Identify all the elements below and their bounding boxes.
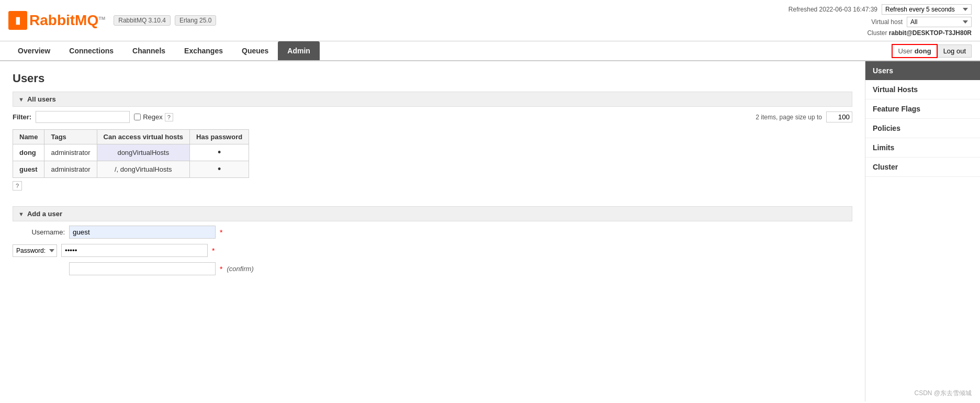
user-actions: User dong Log out (892, 44, 972, 58)
items-info: 2 items, page size up to 100 (756, 111, 852, 122)
section-arrow: ▼ (18, 96, 24, 103)
password-row: Password: Hashing * (13, 244, 852, 257)
refreshed-text: Refreshed 2022-06-03 16:47:39 (788, 6, 877, 13)
add-user-arrow: ▼ (18, 211, 24, 217)
logo-icon: ▮ (8, 11, 27, 30)
password-dot: • (218, 147, 221, 158)
page-size-input[interactable]: 100 (826, 111, 852, 122)
vhost-row: Virtual host All / dongVirtualHosts (871, 17, 972, 27)
main: Users ▼ All users Filter: Regex ? 2 item… (0, 61, 980, 401)
filter-label: Filter: (13, 113, 31, 121)
add-user-section: ▼ Add a user Username: * Password: Hashi… (13, 206, 852, 275)
cluster-value: rabbit@DESKTOP-T3JH80R (889, 29, 972, 37)
logo-text: RabbitMQTM (29, 12, 105, 29)
confirm-row: * (confirm) (13, 262, 852, 275)
username-row: Username: * (13, 226, 852, 239)
refresh-select[interactable]: Refresh every 5 seconds Refresh every 10… (882, 4, 972, 15)
cell-name[interactable]: dong (13, 144, 44, 161)
password-required: * (212, 247, 215, 255)
col-hosts: Can access virtual hosts (97, 130, 189, 144)
items-count-text: 2 items, page size up to (756, 114, 822, 121)
username-required: * (220, 228, 222, 237)
all-users-section-header[interactable]: ▼ All users (13, 92, 852, 107)
col-tags: Tags (44, 130, 97, 144)
username-label: Username: (13, 228, 65, 236)
users-table: Name Tags Can access virtual hosts Has p… (13, 129, 249, 178)
cell-hosts: /, dongVirtualHosts (97, 161, 189, 178)
header-right: Refreshed 2022-06-03 16:47:39 Refresh ev… (788, 4, 972, 37)
regex-help-icon[interactable]: ? (165, 113, 173, 121)
page-title: Users (13, 72, 852, 85)
cell-tags: administrator (44, 144, 97, 161)
table-row: dong administrator dongVirtualHosts • (13, 144, 249, 161)
user-box: User dong (892, 44, 937, 58)
confirm-text: (confirm) (227, 265, 253, 273)
add-user-label: Add a user (27, 210, 62, 218)
sidebar-item-limits[interactable]: Limits (865, 138, 980, 158)
sidebar-title: Users (865, 61, 980, 80)
filter-row: Filter: Regex ? 2 items, page size up to… (13, 111, 852, 123)
username-input[interactable] (69, 226, 216, 239)
table-help-icon[interactable]: ? (13, 181, 22, 191)
table-row: guest administrator /, dongVirtualHosts … (13, 161, 249, 178)
password-input[interactable] (61, 244, 208, 257)
nav-item-channels[interactable]: Channels (123, 41, 175, 60)
version-badge-erlang: Erlang 25.0 (175, 15, 216, 26)
confirm-required: * (220, 265, 222, 273)
version-badge-rabbitmq: RabbitMQ 3.10.4 (114, 15, 171, 26)
version-info: RabbitMQ 3.10.4 Erlang 25.0 (114, 15, 216, 26)
nav-item-queues[interactable]: Queues (232, 41, 278, 60)
logout-button[interactable]: Log out (938, 44, 972, 58)
nav-item-exchanges[interactable]: Exchanges (175, 41, 232, 60)
password-dropdown: Password: Hashing (13, 244, 57, 257)
user-label: User (898, 47, 912, 55)
logo: ▮ RabbitMQTM (8, 11, 105, 30)
sidebar-item-virtual-hosts[interactable]: Virtual Hosts (865, 80, 980, 99)
cell-tags: administrator (44, 161, 97, 178)
watermark: CSDN @东去雪倾城 (914, 389, 972, 398)
regex-checkbox-row: Regex ? (134, 113, 173, 121)
sidebar-item-feature-flags[interactable]: Feature Flags (865, 99, 980, 119)
nav-item-connections[interactable]: Connections (60, 41, 123, 60)
cell-has-password: • (190, 161, 249, 178)
sidebar: Users Virtual Hosts Feature Flags Polici… (865, 61, 980, 401)
cluster-row: Cluster rabbit@DESKTOP-T3JH80R (867, 29, 972, 37)
col-password: Has password (190, 130, 249, 144)
cluster-label: Cluster (867, 29, 887, 37)
user-name: dong (915, 47, 931, 55)
password-type-select[interactable]: Password: Hashing (13, 244, 57, 257)
nav: Overview Connections Channels Exchanges … (0, 41, 980, 61)
sidebar-item-cluster[interactable]: Cluster (865, 158, 980, 177)
vhost-label: Virtual host (871, 18, 903, 26)
regex-checkbox[interactable] (134, 114, 141, 120)
add-user-section-header[interactable]: ▼ Add a user (13, 206, 852, 221)
cell-name[interactable]: guest (13, 161, 44, 178)
cell-has-password: • (190, 144, 249, 161)
cell-hosts: dongVirtualHosts (97, 144, 189, 161)
nav-item-admin[interactable]: Admin (278, 41, 320, 60)
header: ▮ RabbitMQTM RabbitMQ 3.10.4 Erlang 25.0… (0, 0, 980, 41)
all-users-label: All users (27, 95, 56, 103)
nav-item-overview[interactable]: Overview (8, 41, 60, 60)
regex-label: Regex (143, 113, 163, 121)
col-name: Name (13, 130, 44, 144)
refresh-row: Refreshed 2022-06-03 16:47:39 Refresh ev… (788, 4, 972, 15)
confirm-input[interactable] (69, 262, 216, 275)
password-dot: • (218, 164, 221, 174)
filter-input[interactable] (36, 111, 130, 123)
content: Users ▼ All users Filter: Regex ? 2 item… (0, 61, 865, 401)
vhost-select[interactable]: All / dongVirtualHosts (907, 17, 972, 27)
sidebar-item-policies[interactable]: Policies (865, 119, 980, 138)
logo-tm: TM (98, 16, 105, 21)
